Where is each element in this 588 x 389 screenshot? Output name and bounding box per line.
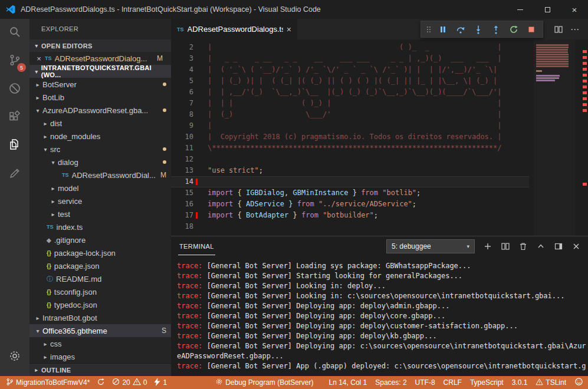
activity-source-control-button[interactable]: 5 [0, 47, 29, 75]
code-line-4[interactable]: 4| ( '_`\ ( '__)/'_` ) /'_ `\/' _ ` _ `\… [171, 64, 529, 75]
code-line-12[interactable]: 12 [171, 154, 529, 165]
code-line-6[interactable]: 6| | ,__/'(_) `\__,_)`\__ |(_) (_) (_)`\… [171, 87, 529, 98]
code-line-13[interactable]: 13"use strict"; [171, 165, 529, 176]
warning-count: 0 [143, 378, 147, 387]
tree-item-typedoc-json[interactable]: {}typedoc.json [29, 298, 171, 311]
new-terminal-button[interactable] [483, 242, 492, 251]
panel-position-button[interactable] [554, 242, 563, 251]
encoding-status[interactable]: UTF-8 [415, 378, 435, 387]
close-icon[interactable]: × [34, 54, 44, 63]
tree-item-intranetbot-gbot[interactable]: ▸IntranetBot.gbot [29, 311, 171, 324]
outline-section-header[interactable]: ▸ OUTLINE [29, 363, 171, 376]
window-title: ADResetPasswordDialogs.ts - IntranetBotQ… [21, 5, 321, 14]
sync-status[interactable] [97, 378, 105, 388]
tree-item-package-lock-json[interactable]: {}package-lock.json [29, 246, 171, 259]
tree-item-dialog[interactable]: ▾dialog [29, 156, 171, 169]
step-into-button[interactable] [470, 22, 486, 37]
cursor-position-status[interactable]: Ln 14, Col 1 [329, 378, 367, 387]
code-line-14[interactable]: 14 [171, 176, 529, 187]
code-line-18[interactable]: 18 [171, 221, 529, 232]
maximize-button[interactable] [534, 0, 561, 19]
tree-item-botlib[interactable]: ▸BotLib [29, 91, 171, 104]
minimize-button[interactable] [507, 0, 534, 19]
chevron-down-icon: ▾ [32, 68, 41, 75]
tree-item-adresetpassworddial[interactable]: TSADResetPasswordDial...M [29, 169, 171, 182]
git-status-badge: M [157, 54, 166, 62]
minimap[interactable] [534, 39, 575, 236]
open-editors-header[interactable]: ▾ OPEN EDITORS [29, 39, 171, 52]
tree-item-css[interactable]: ▸css [29, 337, 171, 350]
close-window-button[interactable]: × [561, 0, 588, 19]
close-panel-button[interactable] [571, 242, 581, 251]
code-line-11[interactable]: 11\*************************************… [171, 143, 529, 154]
terminal-line: trace: [General Bot Server] App (.gbapp)… [177, 361, 588, 371]
code-line-9[interactable]: 9| | [171, 120, 529, 131]
vscode-window: ADResetPasswordDialogs.ts - IntranetBotQ… [0, 0, 588, 389]
typescript-version-status[interactable]: 3.0.1 [512, 378, 528, 387]
terminal-instance-select[interactable]: 5: debuggee ▾ [386, 239, 475, 253]
tree-item-botserver[interactable]: ▸BotServer [29, 78, 171, 91]
close-tab-icon[interactable]: × [287, 25, 291, 34]
settings-button[interactable] [0, 343, 29, 371]
code-line-16[interactable]: 16import { ADService } from "../service/… [171, 199, 529, 210]
restart-button[interactable] [505, 22, 521, 37]
stop-button[interactable] [523, 22, 539, 37]
maximize-panel-button[interactable] [536, 242, 546, 251]
code-line-17[interactable]: 17import { BotAdapter } from "botbuilder… [171, 210, 529, 221]
tree-item-readme-md[interactable]: ⓘREADME.md [29, 272, 171, 285]
problems-status[interactable]: 20 0 [112, 378, 147, 387]
terminal-tab[interactable]: TERMINAL [178, 238, 215, 255]
terminal-output[interactable]: trace: [General Bot Server] Loading sys … [171, 256, 588, 376]
chevron-right-icon: ▸ [33, 94, 42, 101]
tree-item-tsconfig-json[interactable]: {}tsconfig.json [29, 285, 171, 298]
split-editor-button[interactable] [554, 25, 563, 34]
workspace-section-header[interactable]: ▾ INTRANETBOTQUICKSTART.GBAI (WO... [29, 65, 171, 78]
tree-item-gitignore[interactable]: ◆.gitignore [29, 233, 171, 246]
tree-item-src[interactable]: ▾src [29, 143, 171, 156]
open-editor-item[interactable]: × TS ADResetPasswordDialog... M [29, 52, 171, 65]
terminal-actions: 5: debuggee ▾ [386, 239, 581, 253]
step-out-button[interactable] [488, 22, 504, 37]
code-line-10[interactable]: 10| Copyright 2018 (c) pragmatismo.io. T… [171, 131, 529, 143]
activity-extensions-button[interactable] [0, 104, 29, 132]
activity-explorer-button[interactable] [0, 132, 29, 160]
tree-item-test[interactable]: ▸test [29, 207, 171, 220]
code-editor[interactable]: 2| ( )_ _ |3| _ _ _ __ _ _ __ ___ ___ _ … [171, 39, 588, 236]
tree-item-package-json[interactable]: {}package.json [29, 259, 171, 272]
tree-item-images[interactable]: ▸images [29, 350, 171, 363]
tab-adresetpassworddialogs-ts[interactable]: TS ADResetPasswordDialogs.ts × [171, 19, 297, 39]
code-line-3[interactable]: 3| _ _ _ __ _ _ __ ___ ___ _ _ | ,_)(_) … [171, 53, 529, 64]
open-editor-filename: ADResetPasswordDialog... [55, 54, 147, 63]
eol-status[interactable]: CRLF [444, 378, 462, 387]
tree-item-node-modules[interactable]: ▸node_modules [29, 130, 171, 143]
terminal-line: trace: [General Bot Server] Looking in: … [177, 291, 588, 301]
code-line-2[interactable]: 2| ( )_ _ | [171, 42, 529, 53]
tree-item-azureadpasswordreset-gba[interactable]: ▾AzureADPasswordReset.gba... [29, 104, 171, 117]
tree-item-model[interactable]: ▸model [29, 182, 171, 194]
code-line-8[interactable]: 8| (_) \___/' | [171, 109, 529, 120]
split-terminal-button[interactable] [501, 242, 510, 251]
step-over-button[interactable] [452, 22, 468, 37]
kill-terminal-button[interactable] [518, 242, 528, 251]
activity-debug-button[interactable] [0, 75, 29, 104]
tree-item-service[interactable]: ▸service [29, 194, 171, 207]
code-line-15[interactable]: 15import { IGBDialog, GBMinInstance } fr… [171, 187, 529, 199]
activity-search-button[interactable] [0, 19, 29, 47]
code-line-5[interactable]: 5| | (_) )| | ( (_| |( (_) || ( ) ( ) |(… [171, 75, 529, 87]
tree-item-office365-gbtheme[interactable]: ▾Office365.gbthemeS [29, 324, 171, 337]
terminal-line: trace: [General Bot Server] Deploying ap… [177, 301, 588, 311]
pause-button[interactable] [435, 22, 451, 37]
task-status[interactable]: 1 [154, 378, 167, 388]
tree-item-index-ts[interactable]: TSindex.ts [29, 220, 171, 233]
code-line-7[interactable]: 7| | | ( )_) | | [171, 98, 529, 109]
indentation-status[interactable]: Spaces: 2 [375, 378, 406, 387]
language-mode-status[interactable]: TypeScript [470, 378, 504, 387]
tslint-status[interactable]: TSLint [536, 378, 566, 387]
drag-handle-icon[interactable] [425, 25, 433, 34]
feedback-button[interactable] [574, 377, 583, 388]
git-branch-status[interactable]: MigrationToBotFmwV4* [6, 378, 90, 388]
tree-item-dist[interactable]: ▸dist [29, 117, 171, 130]
activity-edit-button[interactable] [0, 160, 29, 189]
more-actions-button[interactable]: ⋯ [570, 24, 580, 35]
debug-session-status[interactable]: Debug Program (BotServer) [215, 378, 313, 387]
